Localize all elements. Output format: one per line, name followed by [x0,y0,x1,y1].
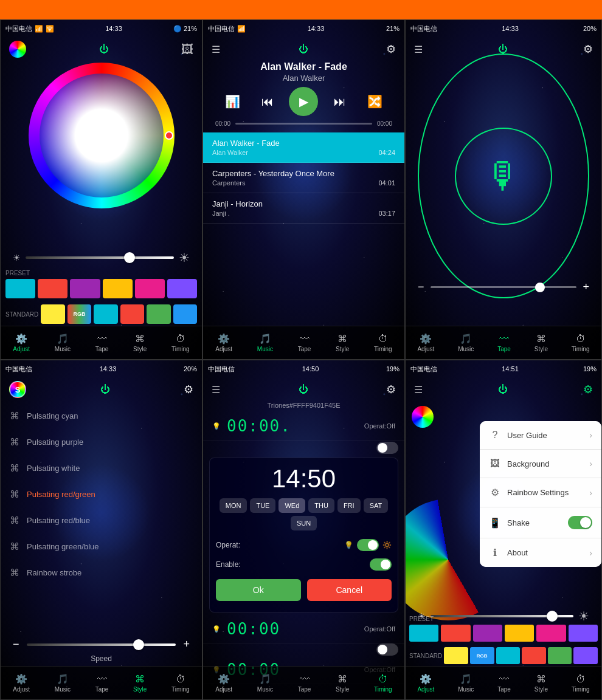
settings-item-userguide[interactable]: ? User Guide › [480,421,601,450]
power-icon-3[interactable]: ⏻ [498,44,508,55]
tab-timing-2[interactable]: ⏱ Timing [374,334,392,352]
tab-adjust-2[interactable]: ⚙️ Adjust [215,333,232,352]
track-item-1[interactable]: Carpenters - Yesterday Once More Carpent… [203,163,404,193]
p6-swatch-red[interactable] [441,625,470,642]
settings-item-about[interactable]: ℹ About › [480,538,601,567]
s-icon-4[interactable]: S [9,381,26,398]
tab-timing-6[interactable]: ⏱ Timing [572,674,590,693]
tab-music-1[interactable]: 🎵 Music [55,333,71,352]
voice-volume-bar[interactable]: − + [418,281,589,293]
menu-icon-2[interactable]: ☰ [212,44,220,55]
tab-style-5[interactable]: ⌘ Style [336,673,349,693]
tab-music-5[interactable]: 🎵 Music [257,673,273,693]
prev-btn[interactable]: ⏮ [254,88,281,115]
tab-adjust-6[interactable]: ⚙️ Adjust [417,673,434,693]
speed-control[interactable]: − + [1,638,202,651]
color-circle-icon-6[interactable] [412,406,434,428]
tab-music-6[interactable]: 🎵 Music [458,673,474,693]
swatch-pink[interactable] [135,279,165,298]
p6-swatch-cyan[interactable] [409,625,438,642]
track-item-0[interactable]: Alan Walker - Fade Alan Walker 04:24 [203,132,404,163]
tab-adjust-4[interactable]: ⚙️ Adjust [13,673,30,693]
std-red[interactable] [120,304,144,324]
power-icon-4[interactable]: ⏻ [100,384,110,395]
enable-toggle[interactable] [370,558,392,571]
image-icon-1[interactable]: 🖼 [181,43,193,57]
power-icon-1[interactable]: ⏻ [99,44,109,55]
shuffle-btn[interactable]: 🔀 [361,88,388,115]
style-item-0[interactable]: ⌘ Pulsating cyan [1,403,202,429]
tab-adjust-1[interactable]: ⚙️ Adjust [13,333,30,352]
operat-toggle[interactable] [357,539,379,551]
gear-icon-3[interactable]: ⚙ [583,43,593,56]
swatch-cyan[interactable] [5,279,35,298]
day-tue[interactable]: TUE [250,498,275,513]
gear-icon-5[interactable]: ⚙ [386,383,396,396]
cancel-button[interactable]: Cancel [307,579,392,601]
timer-toggle-0[interactable] [376,442,398,454]
plus-icon-3[interactable]: + [583,281,589,293]
std-yellow[interactable] [41,304,64,324]
menu-icon-6[interactable]: ☰ [414,384,423,396]
tab-timing-5[interactable]: ⏱ Timing [374,674,392,693]
tab-timing-3[interactable]: ⏱ Timing [572,334,590,352]
p6-std-red[interactable] [522,647,546,664]
swatch-purple[interactable] [70,279,100,298]
gear-icon-2[interactable]: ⚙ [386,43,396,56]
ok-button[interactable]: Ok [216,579,301,601]
gear-icon-4[interactable]: ⚙ [184,383,193,396]
p6-std-rgb[interactable]: RGB [470,647,494,664]
plus-icon-4[interactable]: + [183,638,190,651]
color-wheel-1[interactable] [29,63,175,208]
style-item-4[interactable]: ⌘ Pulsating red/blue [1,507,202,534]
style-item-1[interactable]: ⌘ Pulsating purple [1,429,202,455]
std-cyan[interactable] [94,304,117,324]
p6-std-green[interactable] [548,647,572,664]
tab-adjust-3[interactable]: ⚙️ Adjust [417,333,434,352]
settings-item-rainbow[interactable]: ⚙ Rainbow Settings › [480,478,601,507]
power-icon-5[interactable]: ⏻ [299,384,308,395]
tab-style-3[interactable]: ⌘ Style [535,333,548,352]
timer-toggle-1[interactable] [376,643,398,656]
p6-std-yellow[interactable] [444,647,468,664]
gear-icon-6[interactable]: ⚙ [583,383,593,396]
progress-bar[interactable]: 00:00 00:00 [215,120,392,127]
color-circle-icon-1[interactable] [9,41,26,58]
tab-style-1[interactable]: ⌘ Style [133,333,147,352]
style-item-5[interactable]: ⌘ Pulsating green/blue [1,534,202,560]
brightness-track-1[interactable] [26,256,174,259]
tab-tape-4[interactable]: 〰 Tape [95,674,109,693]
brightness-slider-1[interactable]: ☀ ☀ [13,250,190,265]
tab-music-2[interactable]: 🎵 Music [257,333,273,352]
brightness-thumb-1[interactable] [124,252,135,263]
voice-thumb[interactable] [535,283,545,292]
style-item-2[interactable]: ⌘ Pulsating white [1,455,202,481]
p6-swatch-violet[interactable] [569,625,598,642]
day-mon[interactable]: MON [220,498,247,513]
color-selector-dot-1[interactable] [165,131,173,140]
tab-style-2[interactable]: ⌘ Style [336,333,349,352]
shake-toggle[interactable] [568,516,592,529]
tab-timing-4[interactable]: ⏱ Timing [171,674,190,693]
power-icon-6[interactable]: ⏻ [498,384,508,395]
p6-swatch-purple[interactable] [473,625,502,642]
tab-adjust-5[interactable]: ⚙️ Adjust [215,673,232,693]
day-sat[interactable]: SAT [364,498,389,513]
std-rgb[interactable]: RGB [67,304,91,324]
tab-tape-2[interactable]: 〰 Tape [298,334,311,352]
p6-swatch-yellow[interactable] [505,625,534,642]
tab-style-4[interactable]: ⌘ Style [133,673,147,693]
play-btn[interactable]: ▶ [289,87,318,116]
tab-tape-5[interactable]: 〰 Tape [298,674,311,693]
speed-thumb[interactable] [133,639,144,650]
tab-music-3[interactable]: 🎵 Music [458,333,474,352]
next-btn[interactable]: ⏭ [327,88,353,115]
settings-item-background[interactable]: 🖼 Background › [480,450,601,478]
settings-item-shake[interactable]: 📱 Shake [480,507,601,538]
tab-style-6[interactable]: ⌘ Style [535,673,548,693]
p6-std-teal[interactable] [496,647,521,664]
day-sun[interactable]: SUN [291,516,317,530]
swatch-red[interactable] [38,279,67,298]
color-ring-1[interactable] [29,63,175,208]
day-fri[interactable]: FRI [337,498,361,513]
